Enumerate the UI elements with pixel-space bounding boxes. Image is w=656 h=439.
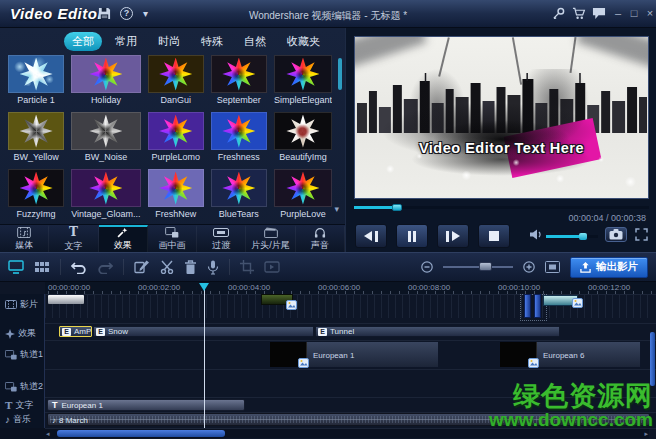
effect-item[interactable]: Vintage_Gloam... [71, 169, 140, 219]
effect-item[interactable]: BeautifyImg [274, 112, 332, 162]
category-intro-credit[interactable]: 片头/片尾 [246, 225, 295, 252]
media-category-bar: 媒体 T 文字 效果 画中画 过渡 片头/片尾 [0, 224, 345, 252]
snapshot-button[interactable] [605, 227, 627, 242]
tab-nature[interactable]: 自然 [236, 32, 274, 51]
crop-button[interactable] [240, 260, 254, 274]
effect-item[interactable]: PurpleLomo [148, 112, 204, 162]
fullscreen-button[interactable] [635, 228, 648, 241]
pause-button[interactable] [396, 224, 428, 248]
track-label: 文字 [15, 399, 33, 412]
video-clip[interactable] [524, 294, 531, 318]
effect-badge: E [62, 328, 71, 336]
effect-item[interactable]: Holiday [71, 55, 140, 105]
film-track-icon [5, 300, 17, 309]
timeline-zoom-slider[interactable] [443, 266, 513, 268]
tab-favorites[interactable]: 收藏夹 [279, 32, 328, 51]
category-effects[interactable]: 效果 [99, 225, 148, 252]
volume-icon[interactable] [530, 229, 543, 240]
effect-item[interactable]: PurpleLove [274, 169, 332, 219]
music-clip[interactable]: ♪ 8 March [47, 413, 650, 426]
playback-speed-button[interactable] [264, 261, 280, 273]
timeline-hscrollbar[interactable]: ◂ ▸ [45, 429, 649, 438]
effect-item[interactable]: FuzzyImg [8, 169, 64, 219]
next-frame-button[interactable] [437, 224, 469, 248]
scroll-left-arrow[interactable]: ◂ [46, 429, 50, 438]
redo-button[interactable] [97, 260, 113, 274]
effect-clip-name: Snow [108, 327, 128, 336]
tab-common[interactable]: 常用 [107, 32, 145, 51]
preview-seek-bar[interactable] [354, 206, 649, 209]
library-scrollbar[interactable] [338, 58, 342, 90]
effect-clip[interactable]: E Tunnel [315, 326, 560, 337]
track-header-video: 影片 [5, 298, 38, 311]
effect-item[interactable]: BW_Yellow [8, 112, 64, 162]
playhead-handle[interactable] [199, 283, 209, 291]
video-clip[interactable] [48, 295, 84, 304]
scroll-right-arrow[interactable]: ▸ [644, 429, 648, 438]
delete-button[interactable] [184, 260, 197, 274]
effect-clip[interactable]: E Snow [93, 326, 314, 337]
video-clip[interactable] [261, 294, 293, 305]
category-transition[interactable]: 过渡 [197, 225, 246, 252]
feedback-chat-icon[interactable] [592, 7, 606, 20]
flower-thumbnail [222, 58, 255, 91]
tab-all[interactable]: 全部 [64, 32, 102, 51]
zoom-in-icon[interactable] [523, 261, 535, 273]
tab-special[interactable]: 特殊 [193, 32, 231, 51]
category-text[interactable]: T 文字 [49, 225, 98, 252]
track-label: 音乐 [13, 413, 31, 426]
volume-handle[interactable] [579, 233, 587, 240]
magic-wand-icon [115, 227, 130, 238]
maximize-button[interactable]: □ [627, 6, 641, 20]
previous-frame-button[interactable] [355, 224, 387, 248]
export-movie-button[interactable]: 输出影片 [570, 257, 648, 278]
storyboard-view-button[interactable] [34, 260, 50, 274]
category-pip[interactable]: 画中画 [148, 225, 197, 252]
effect-item[interactable]: September [211, 55, 267, 105]
pip-track-icon [5, 350, 17, 360]
cart-icon[interactable] [572, 7, 586, 20]
text-clip[interactable]: T European 1 [47, 399, 245, 411]
help-icon[interactable]: ? [120, 7, 133, 20]
zoom-out-icon[interactable] [421, 261, 433, 273]
register-key-icon[interactable] [552, 7, 565, 20]
edit-clip-button[interactable] [134, 260, 150, 274]
effect-item[interactable]: Freshness [211, 112, 267, 162]
effect-item[interactable]: SimpleElegant [274, 55, 332, 105]
timeline-vscrollbar[interactable] [650, 296, 655, 428]
effect-item[interactable]: BlueTears [211, 169, 267, 219]
minimize-button[interactable]: – [611, 6, 625, 20]
effect-item[interactable]: FreshNew [148, 169, 204, 219]
pip-clip-name: European 6 [543, 351, 584, 360]
split-scissors-button[interactable] [160, 260, 174, 274]
menu-chevron-icon[interactable]: ▾ [143, 8, 148, 19]
category-sound[interactable]: 声音 [296, 225, 345, 252]
export-label: 输出影片 [596, 260, 638, 274]
tab-fashion[interactable]: 时尚 [150, 32, 188, 51]
zoom-slider-handle[interactable] [479, 262, 492, 271]
track-label: 效果 [18, 327, 36, 340]
record-voiceover-button[interactable] [207, 260, 219, 275]
close-button[interactable]: × [643, 6, 656, 20]
effect-badge: E [96, 328, 105, 336]
seek-handle[interactable] [392, 204, 402, 211]
video-clip[interactable] [543, 295, 578, 306]
pip-clip[interactable]: European 1 [269, 341, 439, 368]
undo-button[interactable] [71, 260, 87, 274]
volume-slider[interactable] [546, 235, 598, 238]
hscroll-thumb[interactable] [57, 430, 225, 437]
fit-timeline-icon[interactable] [545, 261, 560, 273]
window-title: Wondershare 视频编辑器 - 无标题 * [160, 9, 496, 23]
video-clip[interactable] [534, 294, 541, 318]
library-scroll-hint-icon[interactable]: ▾ [334, 204, 339, 214]
pip-clip[interactable]: European 6 [499, 341, 641, 368]
vscroll-thumb[interactable] [650, 332, 655, 386]
effect-item[interactable]: BW_Noise [71, 112, 140, 162]
timeline-view-button[interactable] [8, 260, 24, 274]
effect-item[interactable]: Particle 1 [8, 55, 64, 105]
save-icon[interactable] [98, 7, 111, 20]
category-media[interactable]: 媒体 [0, 225, 49, 252]
effect-clip[interactable]: E AmPl... [59, 326, 92, 337]
stop-button[interactable] [478, 224, 510, 248]
effect-item[interactable]: DanGui [148, 55, 204, 105]
